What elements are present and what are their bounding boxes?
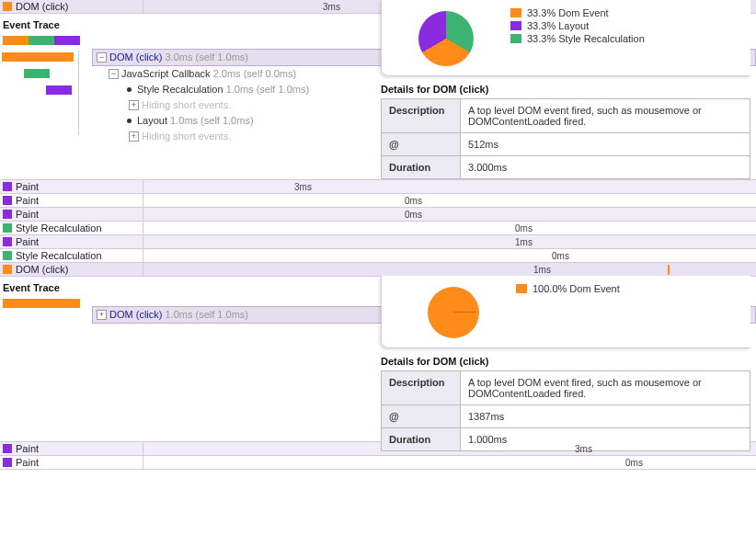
color-strip — [3, 299, 89, 308]
purple-swatch-icon — [3, 182, 12, 191]
orange-swatch-icon — [3, 265, 12, 274]
purple-swatch-icon — [3, 237, 12, 246]
row-ms: 0ms — [405, 194, 422, 208]
bullet-icon — [127, 87, 132, 92]
expand-icon[interactable]: + — [129, 131, 139, 142]
row-label-text: Paint — [16, 235, 39, 249]
row-label-text: Style Recalculation — [16, 222, 102, 235]
expand-icon[interactable]: + — [129, 100, 139, 110]
pie-legend: 33.3% Dom Event 33.3% Layout 33.3% Style… — [510, 7, 645, 66]
timeline-row[interactable]: Style Recalculation0ms — [0, 222, 756, 235]
row-label-text: Paint — [16, 442, 39, 456]
orange-swatch-icon — [516, 284, 527, 293]
row-label-text: Style Recalculation — [16, 249, 102, 263]
expand-icon[interactable]: + — [97, 310, 107, 320]
row-label-text: DOM (click) — [16, 263, 68, 277]
timeline-row[interactable]: Style Recalculation0ms — [0, 249, 756, 263]
row-label-text: Paint — [16, 208, 39, 222]
pie-chart-icon — [428, 287, 479, 338]
section-2: Paint3msPaint0msPaint0msStyle Recalculat… — [0, 179, 756, 324]
event-trace-title: Event Trace — [0, 277, 92, 297]
purple-swatch-icon — [3, 444, 12, 453]
section-3: Paint3msPaint0ms — [0, 441, 756, 470]
color-strip — [3, 36, 89, 45]
timeline-row[interactable]: Paint1ms — [0, 235, 756, 249]
row-ms: 3ms — [294, 180, 312, 194]
row-ms: 3ms — [575, 442, 592, 456]
bullet-icon — [127, 119, 132, 123]
pie-chart-icon — [418, 11, 474, 66]
purple-swatch-icon — [3, 458, 12, 467]
collapse-icon[interactable]: − — [109, 69, 119, 79]
row-ms: 0ms — [552, 249, 569, 263]
green-swatch-icon — [3, 223, 12, 233]
row-ms: 0ms — [625, 456, 643, 470]
row-label-text: Paint — [16, 180, 39, 194]
pie-legend: 100.0% Dom Event — [516, 283, 620, 338]
row-ms: 3ms — [323, 0, 340, 14]
orange-swatch-icon — [3, 2, 12, 11]
pie-chart-area: 100.0% Dom Event — [381, 276, 750, 348]
timeline-row[interactable]: Paint3ms — [0, 180, 756, 194]
purple-swatch-icon — [3, 196, 12, 205]
timeline-row[interactable]: Paint0ms — [0, 194, 756, 208]
timeline-row[interactable]: DOM (click)1ms — [0, 263, 756, 277]
row-ms: 1ms — [515, 235, 533, 249]
row-label-text: Paint — [16, 456, 39, 470]
detail-table: DescriptionA top level DOM event fired, … — [381, 370, 750, 451]
timeline-row[interactable]: Paint0ms — [0, 208, 756, 222]
detail-title: Details for DOM (click) — [381, 348, 750, 370]
row-ms: 1ms — [533, 263, 551, 277]
row-ms: 0ms — [405, 208, 422, 222]
green-swatch-icon — [510, 34, 521, 43]
purple-swatch-icon — [3, 210, 12, 219]
timeline-row[interactable]: Paint3ms — [0, 442, 756, 456]
timeline-row[interactable]: Paint0ms — [0, 456, 756, 470]
row-label-text: DOM (click) — [16, 0, 68, 14]
detail-table: DescriptionA top level DOM event fired, … — [381, 98, 750, 179]
purple-swatch-icon — [510, 21, 521, 30]
event-trace-title: Event Trace — [0, 14, 92, 34]
collapse-icon[interactable]: − — [97, 52, 107, 63]
section-1: DOM (click) 3ms Event Trace − DOM (click… — [0, 0, 756, 144]
orange-swatch-icon — [510, 8, 521, 17]
detail-panel: 33.3% Dom Event 33.3% Layout 33.3% Style… — [381, 0, 750, 179]
detail-title: Details for DOM (click) — [381, 76, 750, 98]
detail-panel: 100.0% Dom Event Details for DOM (click)… — [381, 276, 750, 451]
row-ms: 0ms — [515, 222, 533, 235]
green-swatch-icon — [3, 251, 12, 260]
pie-chart-area: 33.3% Dom Event 33.3% Layout 33.3% Style… — [381, 0, 750, 76]
row-label-text: Paint — [16, 194, 39, 208]
mini-flame-bars — [0, 51, 79, 135]
